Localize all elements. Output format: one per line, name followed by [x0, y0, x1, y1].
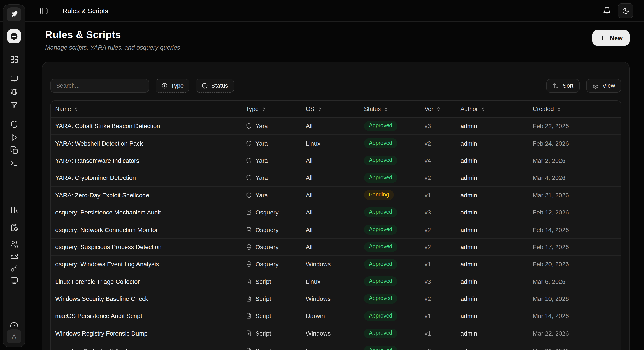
- status-badge: Approved: [364, 225, 397, 234]
- column-header-os[interactable]: OS: [302, 106, 360, 112]
- table-row[interactable]: YARA: Webshell Detection PackYaraLinuxAp…: [51, 135, 621, 152]
- rule-type: Osquery: [242, 261, 302, 268]
- sort-chevrons-icon: [261, 106, 266, 112]
- column-header-ver[interactable]: Ver: [420, 106, 456, 112]
- sidebar-item-library[interactable]: [8, 205, 20, 215]
- shield-icon: [246, 157, 252, 163]
- sidebar-item-sessions[interactable]: [8, 275, 20, 285]
- rule-status: Approved: [360, 173, 420, 183]
- type-filter-label: Type: [171, 82, 184, 89]
- table-row[interactable]: osquery: Windows Event Log AnalysisOsque…: [51, 256, 621, 273]
- sidebar-item-terminal[interactable]: [8, 157, 20, 168]
- rule-type: Yara: [242, 174, 302, 181]
- sort-chevrons-icon: [74, 106, 79, 112]
- rule-version: v1: [420, 312, 456, 319]
- gauge-icon[interactable]: [10, 321, 18, 327]
- breadcrumb-title: Rules & Scripts: [63, 7, 108, 15]
- status-badge: Approved: [364, 155, 397, 165]
- table-row[interactable]: osquery: Network Connection MonitorOsque…: [51, 221, 621, 239]
- memory-module-icon: [10, 88, 18, 96]
- copy-icon: [10, 146, 18, 154]
- rules-card: Type Status Sort View NameTypeOSStatusVe…: [42, 62, 630, 350]
- sidebar-item-endpoints[interactable]: [8, 73, 20, 84]
- users-icon: [10, 240, 18, 248]
- table-row[interactable]: Linux Forensic Triage CollectorScriptLin…: [51, 273, 621, 290]
- circle-plus-icon: [202, 82, 208, 89]
- table-row[interactable]: YARA: Cobalt Strike Beacon DetectionYara…: [51, 118, 621, 135]
- app-logo[interactable]: [6, 8, 22, 22]
- status-badge: Approved: [364, 242, 397, 252]
- rule-type: Yara: [242, 122, 302, 129]
- sidebar-item-tasks[interactable]: [8, 222, 20, 232]
- rule-os: All: [302, 209, 360, 216]
- table-header-row: NameTypeOSStatusVerAuthorCreated: [51, 101, 621, 118]
- sidebar-item-detections[interactable]: [8, 119, 20, 129]
- database-icon: [246, 261, 252, 267]
- rule-status: Approved: [360, 208, 420, 217]
- sort-button[interactable]: Sort: [546, 79, 580, 93]
- arrow-up-down-icon: [552, 82, 559, 89]
- rule-type: Script: [242, 330, 302, 337]
- sidebar-item-tickets[interactable]: [8, 251, 20, 261]
- rule-os: Darwin: [302, 312, 360, 319]
- table-row[interactable]: Windows Registry Forensic DumpScriptWind…: [51, 325, 621, 342]
- sidebar-item-dashboard[interactable]: [8, 54, 20, 65]
- column-header-created[interactable]: Created: [528, 106, 621, 112]
- sidebar-item-processes[interactable]: [8, 86, 20, 97]
- rule-name: osquery: Windows Event Log Analysis: [51, 261, 242, 268]
- rule-created: Mar 22, 2026: [528, 330, 621, 337]
- rule-created: Feb 24, 2026: [528, 140, 621, 147]
- status-badge: Approved: [364, 208, 397, 217]
- search-input[interactable]: [50, 79, 149, 93]
- avatar[interactable]: A: [6, 329, 22, 343]
- shield-icon: [246, 192, 252, 198]
- table-row[interactable]: Linux Log Collector & AnalyzerScriptLinu…: [51, 342, 621, 350]
- rule-name: YARA: Cobalt Strike Beacon Detection: [51, 122, 242, 129]
- rule-author: admin: [456, 330, 528, 337]
- rule-created: Feb 20, 2026: [528, 261, 621, 268]
- file-code-icon: [246, 313, 252, 319]
- table-row[interactable]: osquery: Suspicious Process DetectionOsq…: [51, 238, 621, 256]
- sidebar-bottom: A: [6, 321, 22, 343]
- clipboard-clock-icon: [10, 223, 18, 231]
- column-header-type[interactable]: Type: [242, 106, 302, 112]
- table-row[interactable]: YARA: Cryptominer DetectionYaraAllApprov…: [51, 169, 621, 187]
- rule-created: Feb 12, 2026: [528, 209, 621, 216]
- rule-version: v2: [420, 140, 456, 147]
- sidebar-item-rules-scripts[interactable]: [8, 145, 20, 155]
- table-row[interactable]: YARA: Zero-Day Exploit ShellcodeYaraAllP…: [51, 187, 621, 204]
- view-button[interactable]: View: [586, 79, 621, 93]
- column-header-status[interactable]: Status: [360, 106, 420, 112]
- sidebar-item-keys[interactable]: [8, 263, 20, 273]
- notifications-button[interactable]: [603, 7, 611, 15]
- column-header-name[interactable]: Name: [51, 106, 242, 112]
- sidebar-item-run[interactable]: [8, 132, 20, 142]
- rules-table: NameTypeOSStatusVerAuthorCreated YARA: C…: [50, 100, 621, 350]
- type-filter-button[interactable]: Type: [156, 79, 190, 93]
- column-header-author[interactable]: Author: [456, 106, 528, 112]
- theme-toggle-button[interactable]: [618, 3, 634, 19]
- table-row[interactable]: Windows Security Baseline CheckScriptWin…: [51, 290, 621, 308]
- rule-version: v2: [420, 295, 456, 302]
- table-row[interactable]: osquery: Persistence Mechanism AuditOsqu…: [51, 204, 621, 221]
- sort-chevrons-icon: [384, 106, 389, 112]
- topbar-divider: [55, 8, 55, 14]
- rule-os: All: [302, 174, 360, 181]
- sidebar-toggle-button[interactable]: [40, 6, 48, 15]
- sidebar-new-button[interactable]: [7, 29, 21, 43]
- table-row[interactable]: macOS Persistence Audit ScriptScriptDarw…: [51, 308, 621, 325]
- rule-status: Approved: [360, 225, 420, 234]
- sidebar-item-filters[interactable]: [8, 100, 20, 110]
- file-code-icon: [246, 296, 252, 302]
- rule-version: v1: [420, 192, 456, 199]
- rule-os: All: [302, 192, 360, 199]
- new-button[interactable]: New: [592, 30, 630, 46]
- rule-status: Approved: [360, 328, 420, 338]
- sidebar-item-users[interactable]: [8, 239, 20, 249]
- status-filter-button[interactable]: Status: [196, 79, 234, 93]
- rule-os: Linux: [302, 278, 360, 285]
- column-label: Name: [55, 106, 71, 112]
- status-badge: Approved: [364, 173, 397, 183]
- play-icon: [10, 133, 18, 141]
- table-row[interactable]: YARA: Ransomware IndicatorsYaraAllApprov…: [51, 152, 621, 169]
